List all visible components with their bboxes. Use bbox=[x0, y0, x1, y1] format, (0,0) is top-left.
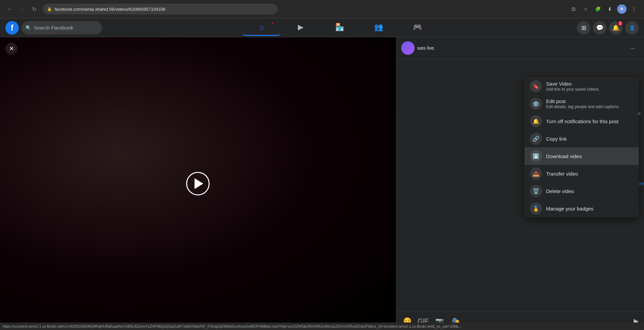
menu-item-delete-video[interactable]: 🗑️ Delete video bbox=[525, 182, 639, 200]
nav-video[interactable]: ▶ bbox=[282, 20, 319, 36]
status-bar: https://scontent-ams2-1.xx.fbcdn.net/o1/… bbox=[0, 323, 644, 330]
forward-button[interactable]: → bbox=[17, 4, 27, 14]
context-menu: 🔖 Save Video Add this to your saved vide… bbox=[525, 78, 639, 217]
search-placeholder: Search Facebook bbox=[34, 25, 73, 31]
edit-post-subtitle: Edit details, tag people and add caption… bbox=[546, 104, 620, 109]
menu-item-download-video[interactable]: ⬇️ Download video bbox=[525, 147, 639, 165]
messenger-button[interactable]: 💬 bbox=[593, 21, 606, 35]
cast-button[interactable]: ⊡ bbox=[569, 4, 578, 14]
notification-button[interactable]: 🔔 1 bbox=[609, 21, 623, 35]
status-url: https://scontent-ams2-1.xx.fbcdn.net/o1/… bbox=[3, 324, 461, 328]
manage-badges-text: Manage your badges bbox=[546, 206, 593, 211]
edit-post-icon: ⚙️ bbox=[530, 98, 542, 110]
menu-item-edit-post[interactable]: ⚙️ Edit post Edit details, tag people an… bbox=[525, 95, 639, 112]
header-right: ⊞ 💬 🔔 1 👤 bbox=[577, 21, 639, 35]
marketplace-icon: 🏪 bbox=[335, 23, 344, 32]
main-container: ✕ was live. ··· de 🔖 Save Video Add this… bbox=[0, 37, 644, 330]
partial-text: de bbox=[639, 181, 644, 186]
user-icon: 👤 bbox=[629, 25, 635, 31]
transfer-video-text: Transfer video bbox=[546, 171, 578, 177]
video-icon: ▶ bbox=[298, 23, 304, 32]
search-bar[interactable]: 🔍 Search Facebook bbox=[21, 21, 102, 35]
nav-people[interactable]: 👥 bbox=[360, 20, 397, 36]
notification-badge: 1 bbox=[617, 20, 623, 27]
delete-video-icon: 🗑️ bbox=[530, 185, 542, 197]
manage-badges-icon: 🏅 bbox=[530, 202, 542, 215]
address-bar[interactable]: 🔒 facebook.com/ramla.shahid.56/videos/62… bbox=[43, 4, 278, 14]
transfer-video-title: Transfer video bbox=[546, 171, 578, 177]
post-more-button[interactable]: ··· bbox=[627, 42, 639, 54]
browser-nav-buttons: ← → ↻ bbox=[5, 4, 39, 14]
close-button[interactable]: ✕ bbox=[5, 43, 17, 55]
home-icon: ⌂ bbox=[259, 23, 264, 32]
copy-link-icon: 🔗 bbox=[530, 133, 542, 145]
notifications-icon: 🔔 bbox=[530, 115, 542, 127]
grid-icon: ⊞ bbox=[581, 24, 586, 32]
browser-profile[interactable]: R bbox=[617, 4, 627, 14]
nav-marketplace[interactable]: 🏪 bbox=[321, 20, 358, 36]
right-panel: was live. ··· de 🔖 Save Video Add this t… bbox=[396, 37, 644, 330]
lock-icon: 🔒 bbox=[47, 7, 52, 11]
delete-video-title: Delete video bbox=[546, 188, 574, 194]
menu-item-transfer-video[interactable]: 📤 Transfer video bbox=[525, 165, 639, 182]
download-video-title: Download video bbox=[546, 153, 582, 159]
transfer-video-icon: 📤 bbox=[530, 168, 542, 180]
copy-link-text: Copy link bbox=[546, 136, 567, 142]
bookmark-button[interactable]: ☆ bbox=[581, 4, 590, 14]
home-notification-dot bbox=[271, 22, 274, 25]
post-header: was live. ··· de bbox=[396, 37, 644, 59]
post-header-text: was live. bbox=[417, 45, 624, 51]
gaming-icon: 🎮 bbox=[413, 23, 422, 32]
menu-item-turn-off-notifications[interactable]: 🔔 Turn off notifications for this post bbox=[525, 112, 639, 130]
copy-link-title: Copy link bbox=[546, 136, 567, 142]
downloads-button[interactable]: ⬇ bbox=[605, 4, 614, 14]
save-video-icon: 🔖 bbox=[530, 80, 542, 92]
play-icon bbox=[195, 178, 203, 189]
people-icon: 👥 bbox=[374, 23, 383, 32]
save-video-subtitle: Add this to your saved videos. bbox=[546, 87, 600, 92]
download-video-icon: ⬇️ bbox=[530, 150, 542, 162]
messenger-icon: 💬 bbox=[596, 24, 603, 32]
back-button[interactable]: ← bbox=[5, 4, 15, 14]
extension-button[interactable]: 🧩 bbox=[593, 4, 602, 14]
edit-post-text: Edit post Edit details, tag people and a… bbox=[546, 98, 620, 109]
manage-badges-title: Manage your badges bbox=[546, 206, 593, 211]
more-button[interactable]: ⋮ bbox=[629, 4, 639, 14]
menu-button[interactable]: ⊞ bbox=[577, 21, 590, 35]
more-dots-icon: ··· bbox=[630, 44, 636, 52]
nav-center: ⌂ ▶ 🏪 👥 🎮 bbox=[105, 20, 574, 36]
nav-home[interactable]: ⌂ bbox=[243, 20, 280, 36]
facebook-header: f 🔍 Search Facebook ⌂ ▶ 🏪 👥 🎮 ⊞ 💬 🔔 bbox=[0, 18, 644, 37]
play-button[interactable] bbox=[186, 172, 210, 195]
menu-item-manage-badges[interactable]: 🏅 Manage your badges bbox=[525, 200, 639, 217]
url-text: facebook.com/ramla.shahid.56/videos/6206… bbox=[55, 7, 274, 12]
post-avatar bbox=[401, 41, 415, 55]
notifications-title: Turn off notifications for this post bbox=[546, 119, 619, 124]
search-icon: 🔍 bbox=[25, 25, 31, 31]
video-area: ✕ bbox=[0, 37, 396, 330]
save-video-title: Save Video bbox=[546, 81, 600, 87]
edit-post-title: Edit post bbox=[546, 98, 620, 104]
account-button[interactable]: 👤 bbox=[625, 21, 639, 35]
facebook-logo[interactable]: f bbox=[5, 21, 19, 35]
save-video-text: Save Video Add this to your saved videos… bbox=[546, 81, 600, 92]
delete-video-text: Delete video bbox=[546, 188, 574, 194]
browser-right-icons: ⊡ ☆ 🧩 ⬇ R ⋮ bbox=[569, 4, 639, 14]
menu-item-copy-link[interactable]: 🔗 Copy link bbox=[525, 130, 639, 147]
reload-button[interactable]: ↻ bbox=[30, 4, 39, 14]
notifications-text: Turn off notifications for this post bbox=[546, 119, 619, 124]
browser-chrome: ← → ↻ 🔒 facebook.com/ramla.shahid.56/vid… bbox=[0, 0, 644, 18]
was-live-text: was live. bbox=[417, 45, 435, 51]
menu-item-save-video[interactable]: 🔖 Save Video Add this to your saved vide… bbox=[525, 78, 639, 95]
download-video-text: Download video bbox=[546, 153, 582, 159]
nav-gaming[interactable]: 🎮 bbox=[398, 20, 436, 36]
